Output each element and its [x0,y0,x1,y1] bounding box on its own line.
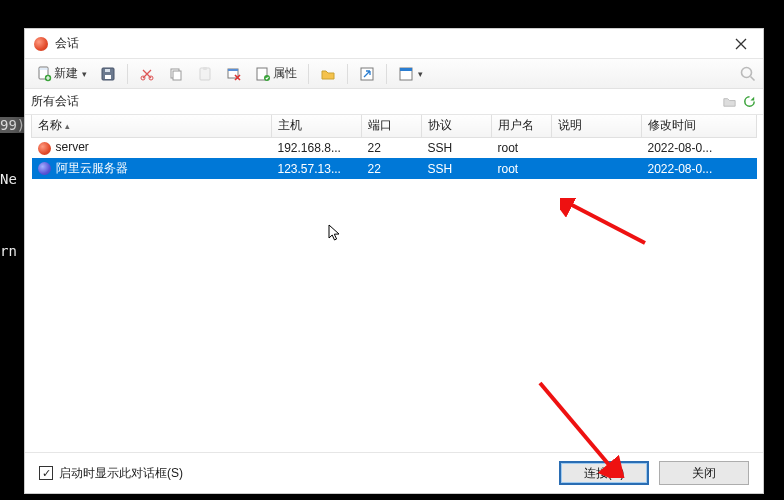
terminal-text: Ne [0,170,24,188]
properties-icon [255,66,271,82]
floppy-icon [100,66,116,82]
chevron-down-icon: ▾ [418,69,423,79]
session-row[interactable]: 阿里云服务器123.57.13...22SSHroot2022-08-0... [32,158,757,179]
show-on-start-label: 启动时显示此对话框(S) [59,465,183,482]
shortcut-button[interactable] [354,62,380,86]
save-button[interactable] [95,62,121,86]
svg-point-18 [742,67,752,77]
bottom-bar: ✓ 启动时显示此对话框(S) 连接(C) 关闭 [25,453,763,493]
session-dialog: 会话 新建 ▾ [24,28,764,494]
connect-button[interactable]: 连接(C) [559,461,649,485]
list-view-icon [398,66,414,82]
checkbox-box: ✓ [39,466,53,480]
new-folder-button[interactable] [315,62,341,86]
scissors-icon [139,66,155,82]
col-user[interactable]: 用户名 [492,115,552,137]
window-close-button[interactable] [727,33,755,55]
titlebar: 会话 [25,29,763,59]
new-button-label: 新建 [54,65,78,82]
new-session-button[interactable]: 新建 ▾ [31,62,92,86]
toolbar: 新建 ▾ 属性 ▾ [25,59,763,89]
session-table-container: 名称 主机 端口 协议 用户名 说明 修改时间 server192.168.8.… [25,115,763,453]
cut-button[interactable] [134,62,160,86]
copy-icon [168,66,184,82]
show-on-start-checkbox[interactable]: ✓ 启动时显示此对话框(S) [39,465,183,482]
svg-rect-17 [400,68,412,71]
shortcut-icon [359,66,375,82]
properties-button[interactable]: 属性 [250,62,302,86]
refresh-icon[interactable] [741,94,757,110]
new-file-icon [36,66,52,82]
filter-row: 所有会话 [25,89,763,115]
close-icon [735,38,747,50]
col-name[interactable]: 名称 [32,115,272,137]
dialog-title: 会话 [55,35,79,52]
close-label: 关闭 [692,465,716,482]
close-button[interactable]: 关闭 [659,461,749,485]
session-table: 名称 主机 端口 协议 用户名 说明 修改时间 server192.168.8.… [31,115,757,179]
session-row[interactable]: server192.168.8...22SSHroot2022-08-0... [32,137,757,158]
col-port[interactable]: 端口 [362,115,422,137]
paste-button[interactable] [192,62,218,86]
delete-button[interactable] [221,62,247,86]
svg-rect-3 [105,75,111,79]
svg-rect-12 [228,69,238,71]
delete-window-icon [226,66,242,82]
chevron-down-icon: ▾ [82,69,87,79]
svg-rect-10 [203,67,207,70]
copy-button[interactable] [163,62,189,86]
col-modified[interactable]: 修改时间 [642,115,757,137]
connect-label: 连接(C) [584,465,625,482]
col-host[interactable]: 主机 [272,115,362,137]
properties-label: 属性 [273,65,297,82]
folder-dim-icon[interactable] [721,94,737,110]
filter-label: 所有会话 [31,93,717,110]
col-description[interactable]: 说明 [552,115,642,137]
paste-icon [197,66,213,82]
app-swirl-icon [33,36,49,52]
terminal-text: rn [0,242,24,260]
view-mode-button[interactable]: ▾ [393,62,428,86]
search-icon[interactable] [739,65,757,83]
svg-rect-4 [105,69,110,72]
col-protocol[interactable]: 协议 [422,115,492,137]
background-terminal: 99) Ne rn [0,0,24,500]
svg-rect-8 [173,71,181,80]
terminal-text: 99) [0,117,25,133]
folder-icon [320,66,336,82]
